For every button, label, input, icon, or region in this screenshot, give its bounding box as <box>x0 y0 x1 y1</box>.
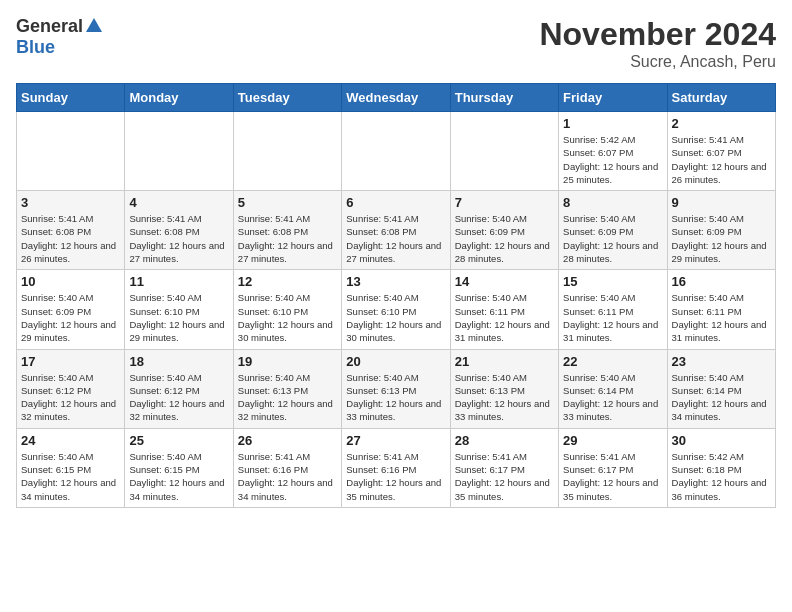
weekday-header-row: SundayMondayTuesdayWednesdayThursdayFrid… <box>17 84 776 112</box>
day-info: Sunrise: 5:42 AM Sunset: 6:07 PM Dayligh… <box>563 133 662 186</box>
day-number: 26 <box>238 433 337 448</box>
logo-triangle-icon <box>85 16 103 38</box>
day-info: Sunrise: 5:40 AM Sunset: 6:09 PM Dayligh… <box>672 212 771 265</box>
calendar-week-row: 3Sunrise: 5:41 AM Sunset: 6:08 PM Daylig… <box>17 191 776 270</box>
day-info: Sunrise: 5:40 AM Sunset: 6:11 PM Dayligh… <box>563 291 662 344</box>
day-info: Sunrise: 5:40 AM Sunset: 6:14 PM Dayligh… <box>672 371 771 424</box>
day-info: Sunrise: 5:42 AM Sunset: 6:18 PM Dayligh… <box>672 450 771 503</box>
day-info: Sunrise: 5:40 AM Sunset: 6:13 PM Dayligh… <box>455 371 554 424</box>
day-info: Sunrise: 5:41 AM Sunset: 6:08 PM Dayligh… <box>129 212 228 265</box>
day-info: Sunrise: 5:41 AM Sunset: 6:07 PM Dayligh… <box>672 133 771 186</box>
calendar-cell: 15Sunrise: 5:40 AM Sunset: 6:11 PM Dayli… <box>559 270 667 349</box>
calendar-cell: 2Sunrise: 5:41 AM Sunset: 6:07 PM Daylig… <box>667 112 775 191</box>
day-info: Sunrise: 5:40 AM Sunset: 6:11 PM Dayligh… <box>455 291 554 344</box>
calendar-cell: 8Sunrise: 5:40 AM Sunset: 6:09 PM Daylig… <box>559 191 667 270</box>
day-info: Sunrise: 5:40 AM Sunset: 6:13 PM Dayligh… <box>238 371 337 424</box>
day-number: 24 <box>21 433 120 448</box>
calendar-cell: 4Sunrise: 5:41 AM Sunset: 6:08 PM Daylig… <box>125 191 233 270</box>
day-info: Sunrise: 5:40 AM Sunset: 6:12 PM Dayligh… <box>21 371 120 424</box>
day-info: Sunrise: 5:41 AM Sunset: 6:16 PM Dayligh… <box>238 450 337 503</box>
day-number: 13 <box>346 274 445 289</box>
calendar-cell: 19Sunrise: 5:40 AM Sunset: 6:13 PM Dayli… <box>233 349 341 428</box>
calendar-cell: 7Sunrise: 5:40 AM Sunset: 6:09 PM Daylig… <box>450 191 558 270</box>
weekday-header: Friday <box>559 84 667 112</box>
calendar-cell: 25Sunrise: 5:40 AM Sunset: 6:15 PM Dayli… <box>125 428 233 507</box>
calendar-week-row: 1Sunrise: 5:42 AM Sunset: 6:07 PM Daylig… <box>17 112 776 191</box>
calendar-cell: 28Sunrise: 5:41 AM Sunset: 6:17 PM Dayli… <box>450 428 558 507</box>
day-number: 20 <box>346 354 445 369</box>
calendar-header: SundayMondayTuesdayWednesdayThursdayFrid… <box>17 84 776 112</box>
calendar-cell <box>17 112 125 191</box>
calendar-cell: 21Sunrise: 5:40 AM Sunset: 6:13 PM Dayli… <box>450 349 558 428</box>
calendar-cell: 3Sunrise: 5:41 AM Sunset: 6:08 PM Daylig… <box>17 191 125 270</box>
day-number: 23 <box>672 354 771 369</box>
day-info: Sunrise: 5:40 AM Sunset: 6:10 PM Dayligh… <box>346 291 445 344</box>
calendar-week-row: 10Sunrise: 5:40 AM Sunset: 6:09 PM Dayli… <box>17 270 776 349</box>
calendar-table: SundayMondayTuesdayWednesdayThursdayFrid… <box>16 83 776 508</box>
calendar-cell: 30Sunrise: 5:42 AM Sunset: 6:18 PM Dayli… <box>667 428 775 507</box>
day-info: Sunrise: 5:41 AM Sunset: 6:17 PM Dayligh… <box>563 450 662 503</box>
day-number: 21 <box>455 354 554 369</box>
calendar-cell <box>342 112 450 191</box>
calendar-cell: 12Sunrise: 5:40 AM Sunset: 6:10 PM Dayli… <box>233 270 341 349</box>
svg-marker-0 <box>86 18 102 32</box>
weekday-header: Tuesday <box>233 84 341 112</box>
day-info: Sunrise: 5:41 AM Sunset: 6:08 PM Dayligh… <box>21 212 120 265</box>
day-info: Sunrise: 5:41 AM Sunset: 6:16 PM Dayligh… <box>346 450 445 503</box>
weekday-header: Monday <box>125 84 233 112</box>
day-info: Sunrise: 5:41 AM Sunset: 6:17 PM Dayligh… <box>455 450 554 503</box>
day-number: 30 <box>672 433 771 448</box>
day-info: Sunrise: 5:40 AM Sunset: 6:09 PM Dayligh… <box>455 212 554 265</box>
page-title: November 2024 <box>539 16 776 53</box>
day-info: Sunrise: 5:40 AM Sunset: 6:11 PM Dayligh… <box>672 291 771 344</box>
calendar-week-row: 17Sunrise: 5:40 AM Sunset: 6:12 PM Dayli… <box>17 349 776 428</box>
day-info: Sunrise: 5:41 AM Sunset: 6:08 PM Dayligh… <box>238 212 337 265</box>
calendar-cell: 11Sunrise: 5:40 AM Sunset: 6:10 PM Dayli… <box>125 270 233 349</box>
calendar-cell <box>233 112 341 191</box>
calendar-cell: 20Sunrise: 5:40 AM Sunset: 6:13 PM Dayli… <box>342 349 450 428</box>
day-number: 2 <box>672 116 771 131</box>
day-info: Sunrise: 5:40 AM Sunset: 6:12 PM Dayligh… <box>129 371 228 424</box>
day-info: Sunrise: 5:40 AM Sunset: 6:10 PM Dayligh… <box>129 291 228 344</box>
calendar-cell <box>125 112 233 191</box>
calendar-week-row: 24Sunrise: 5:40 AM Sunset: 6:15 PM Dayli… <box>17 428 776 507</box>
calendar-cell: 29Sunrise: 5:41 AM Sunset: 6:17 PM Dayli… <box>559 428 667 507</box>
day-info: Sunrise: 5:40 AM Sunset: 6:09 PM Dayligh… <box>563 212 662 265</box>
day-info: Sunrise: 5:40 AM Sunset: 6:14 PM Dayligh… <box>563 371 662 424</box>
day-info: Sunrise: 5:40 AM Sunset: 6:09 PM Dayligh… <box>21 291 120 344</box>
calendar-cell <box>450 112 558 191</box>
day-number: 18 <box>129 354 228 369</box>
calendar-cell: 16Sunrise: 5:40 AM Sunset: 6:11 PM Dayli… <box>667 270 775 349</box>
calendar-cell: 9Sunrise: 5:40 AM Sunset: 6:09 PM Daylig… <box>667 191 775 270</box>
day-number: 11 <box>129 274 228 289</box>
day-number: 27 <box>346 433 445 448</box>
day-info: Sunrise: 5:41 AM Sunset: 6:08 PM Dayligh… <box>346 212 445 265</box>
day-number: 10 <box>21 274 120 289</box>
day-number: 5 <box>238 195 337 210</box>
calendar-cell: 5Sunrise: 5:41 AM Sunset: 6:08 PM Daylig… <box>233 191 341 270</box>
calendar-cell: 14Sunrise: 5:40 AM Sunset: 6:11 PM Dayli… <box>450 270 558 349</box>
day-number: 25 <box>129 433 228 448</box>
calendar-cell: 24Sunrise: 5:40 AM Sunset: 6:15 PM Dayli… <box>17 428 125 507</box>
day-number: 1 <box>563 116 662 131</box>
day-info: Sunrise: 5:40 AM Sunset: 6:15 PM Dayligh… <box>129 450 228 503</box>
calendar-cell: 22Sunrise: 5:40 AM Sunset: 6:14 PM Dayli… <box>559 349 667 428</box>
day-number: 29 <box>563 433 662 448</box>
day-number: 12 <box>238 274 337 289</box>
calendar-cell: 1Sunrise: 5:42 AM Sunset: 6:07 PM Daylig… <box>559 112 667 191</box>
calendar-body: 1Sunrise: 5:42 AM Sunset: 6:07 PM Daylig… <box>17 112 776 508</box>
day-number: 28 <box>455 433 554 448</box>
day-number: 22 <box>563 354 662 369</box>
day-number: 16 <box>672 274 771 289</box>
page-subtitle: Sucre, Ancash, Peru <box>539 53 776 71</box>
day-number: 6 <box>346 195 445 210</box>
day-info: Sunrise: 5:40 AM Sunset: 6:13 PM Dayligh… <box>346 371 445 424</box>
logo-blue: Blue <box>16 38 55 58</box>
day-number: 3 <box>21 195 120 210</box>
day-number: 9 <box>672 195 771 210</box>
calendar-cell: 10Sunrise: 5:40 AM Sunset: 6:09 PM Dayli… <box>17 270 125 349</box>
weekday-header: Saturday <box>667 84 775 112</box>
calendar-cell: 17Sunrise: 5:40 AM Sunset: 6:12 PM Dayli… <box>17 349 125 428</box>
calendar-cell: 18Sunrise: 5:40 AM Sunset: 6:12 PM Dayli… <box>125 349 233 428</box>
day-info: Sunrise: 5:40 AM Sunset: 6:10 PM Dayligh… <box>238 291 337 344</box>
